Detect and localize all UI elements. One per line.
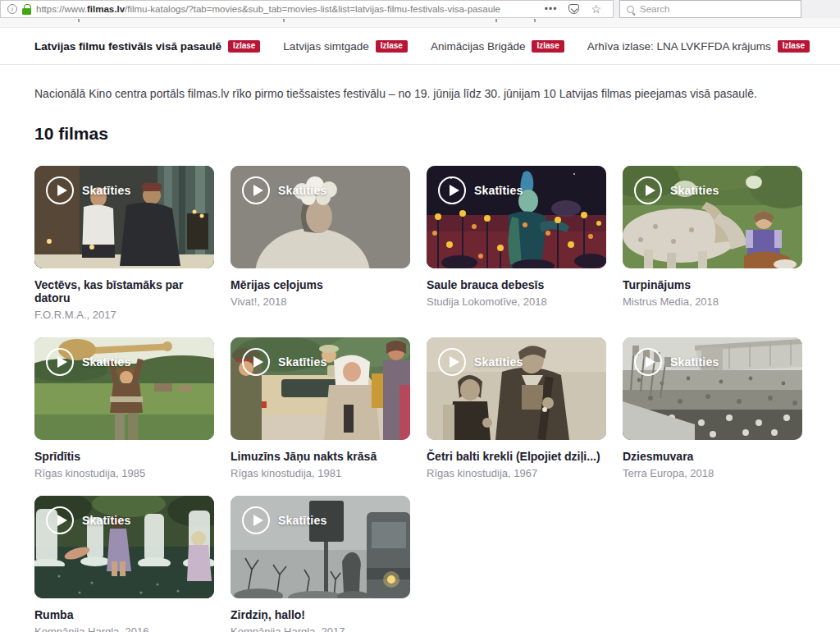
- play-icon: [438, 348, 466, 376]
- movie-thumbnail[interactable]: Skatīties: [34, 166, 214, 268]
- browser-toolbar: i https://www.filmas.lv/filmu-katalogs/?…: [0, 0, 840, 18]
- toolbar-filler: [801, 0, 840, 18]
- movie-card: Skatīties Saule brauca debesīs Studija L…: [427, 166, 606, 321]
- izlase-badge: Izlase: [778, 40, 810, 53]
- play-label: Skatīties: [670, 184, 719, 197]
- play-icon: [438, 176, 466, 204]
- movie-thumbnail[interactable]: Skatīties: [34, 496, 214, 598]
- filter-animacijas-brigade[interactable]: Animācijas Brigāde Izlase: [431, 40, 564, 53]
- movie-card: Skatīties Četri balti krekli (Elpojiet d…: [427, 337, 606, 479]
- page-info-icon[interactable]: i: [7, 4, 17, 14]
- url-text[interactable]: https://www.filmas.lv/filmu-katalogs/?ta…: [36, 4, 535, 14]
- festival-description: Nacionālā Kino centra portāls filmas.lv …: [34, 87, 806, 100]
- cut-off-text-remnant: [283, 19, 285, 22]
- movie-thumbnail[interactable]: Skatīties: [427, 337, 606, 440]
- movie-title[interactable]: Vectēvs, kas bīstamāks par datoru: [34, 278, 214, 305]
- https-padlock-icon[interactable]: [22, 4, 31, 15]
- movie-meta: Kompānija Hargla, 2017: [231, 625, 410, 632]
- movie-meta: Rīgas kinostudija, 1967: [427, 467, 606, 479]
- play-label: Skatīties: [82, 184, 130, 197]
- url-actions: ••• ☆: [540, 3, 606, 15]
- collection-filter-row: Latvijas filmu festivāls visā pasaulē Iz…: [34, 40, 840, 53]
- address-bar[interactable]: i https://www.filmas.lv/filmu-katalogs/?…: [0, 0, 614, 18]
- cut-off-text-remnant: [78, 19, 80, 22]
- play-icon: [242, 348, 270, 376]
- pocket-icon[interactable]: [568, 4, 579, 14]
- movie-thumbnail[interactable]: Skatīties: [34, 337, 214, 440]
- filter-label: Arhīva izlase: LNA LVKFFDA krājums: [587, 40, 771, 53]
- movie-card: Skatīties Mērijas ceļojums Vivat!, 2018: [231, 166, 410, 321]
- movie-thumbnail[interactable]: Skatīties: [231, 496, 410, 598]
- movie-title[interactable]: Mērijas ceļojums: [231, 278, 410, 291]
- play-label: Skatīties: [278, 514, 326, 527]
- play-label: Skatīties: [278, 184, 326, 197]
- izlase-badge: Izlase: [376, 40, 408, 53]
- movie-grid: Skatīties Vectēvs, kas bīstamāks par dat…: [34, 166, 806, 632]
- bookmark-star-icon[interactable]: ☆: [591, 3, 601, 15]
- url-domain: filmas.lv: [87, 4, 125, 14]
- filter-label: Animācijas Brigāde: [431, 40, 526, 53]
- cut-off-text-remnant: [534, 19, 536, 22]
- search-icon: [627, 6, 634, 13]
- play-button[interactable]: Skatīties: [46, 176, 130, 204]
- movie-card: Skatīties Sprīdītis Rīgas kinostudija, 1…: [34, 337, 214, 479]
- movie-title[interactable]: Četri balti krekli (Elpojiet dziļi...): [427, 450, 606, 463]
- movie-card: Skatīties Turpinājums Mistrus Media, 201…: [623, 166, 802, 321]
- play-icon: [46, 506, 74, 534]
- movie-title[interactable]: Dziesmuvara: [623, 450, 802, 463]
- movie-card: Skatīties Dziesmuvara Terra Europa, 2018: [623, 337, 802, 479]
- browser-search-box[interactable]: [619, 0, 801, 18]
- movie-meta: F.O.R.M.A., 2017: [34, 309, 214, 321]
- play-button[interactable]: Skatīties: [438, 348, 523, 376]
- movie-thumbnail[interactable]: Skatīties: [231, 337, 410, 440]
- movie-meta: Studija Lokomotīve, 2018: [427, 295, 606, 308]
- movie-thumbnail[interactable]: Skatīties: [623, 166, 802, 268]
- play-button[interactable]: Skatīties: [46, 506, 130, 534]
- movie-meta: Kompānija Hargla, 2016: [34, 625, 214, 632]
- play-button[interactable]: Skatīties: [242, 506, 326, 534]
- movie-thumbnail[interactable]: Skatīties: [623, 337, 802, 440]
- movie-meta: Terra Europa, 2018: [623, 467, 802, 479]
- url-path: /filmu-katalogs/?tab=movies&sub_tab=movi…: [125, 4, 500, 14]
- movie-title[interactable]: Rumba: [34, 608, 214, 621]
- movie-meta: Rīgas kinostudija, 1985: [34, 467, 214, 479]
- filter-festival-visa-pasaule[interactable]: Latvijas filmu festivāls visā pasaulē Iz…: [34, 40, 260, 53]
- play-button[interactable]: Skatīties: [242, 348, 326, 376]
- movie-title[interactable]: Saule brauca debesīs: [427, 278, 606, 291]
- scrolled-content-strip: [0, 18, 840, 28]
- movie-thumbnail[interactable]: Skatīties: [427, 166, 606, 268]
- play-icon: [242, 176, 270, 204]
- play-icon: [46, 176, 74, 204]
- play-button[interactable]: Skatīties: [634, 176, 719, 204]
- play-button[interactable]: Skatīties: [46, 348, 130, 376]
- url-prefix: https://www.: [36, 4, 87, 14]
- results-count-heading: 10 filmas: [34, 124, 806, 144]
- play-label: Skatīties: [670, 355, 719, 369]
- play-icon: [46, 348, 74, 376]
- page-actions-icon[interactable]: •••: [545, 5, 558, 13]
- movie-title[interactable]: Turpinājums: [623, 278, 802, 291]
- movie-title[interactable]: Zirdziņ, hallo!: [231, 608, 410, 621]
- filter-label: Latvijas filmu festivāls visā pasaulē: [34, 40, 221, 53]
- movie-title[interactable]: Limuzīns Jāņu nakts krāsā: [231, 450, 410, 463]
- movie-title[interactable]: Sprīdītis: [34, 450, 214, 463]
- play-icon: [634, 176, 662, 204]
- play-label: Skatīties: [474, 184, 523, 197]
- movie-card: Skatīties Vectēvs, kas bīstamāks par dat…: [34, 166, 214, 321]
- play-label: Skatīties: [278, 355, 326, 369]
- izlase-badge: Izlase: [228, 40, 260, 53]
- movie-meta: Mistrus Media, 2018: [623, 295, 802, 308]
- play-label: Skatīties: [82, 355, 130, 369]
- movie-card: Skatīties Limuzīns Jāņu nakts krāsā Rīga…: [231, 337, 410, 479]
- filter-latvijas-simtgade[interactable]: Latvijas simtgade Izlase: [283, 40, 408, 53]
- play-button[interactable]: Skatīties: [634, 348, 719, 376]
- movie-thumbnail[interactable]: Skatīties: [231, 166, 410, 268]
- filter-arhiva-izlase[interactable]: Arhīva izlase: LNA LVKFFDA krājums Izlas…: [587, 40, 810, 53]
- play-icon: [242, 506, 270, 534]
- izlase-badge: Izlase: [532, 40, 564, 53]
- movie-meta: Rīgas kinostudija, 1981: [231, 467, 410, 479]
- cut-off-text-remnant: [495, 19, 497, 22]
- play-button[interactable]: Skatīties: [438, 176, 523, 204]
- search-input[interactable]: [640, 4, 794, 14]
- play-button[interactable]: Skatīties: [242, 176, 326, 204]
